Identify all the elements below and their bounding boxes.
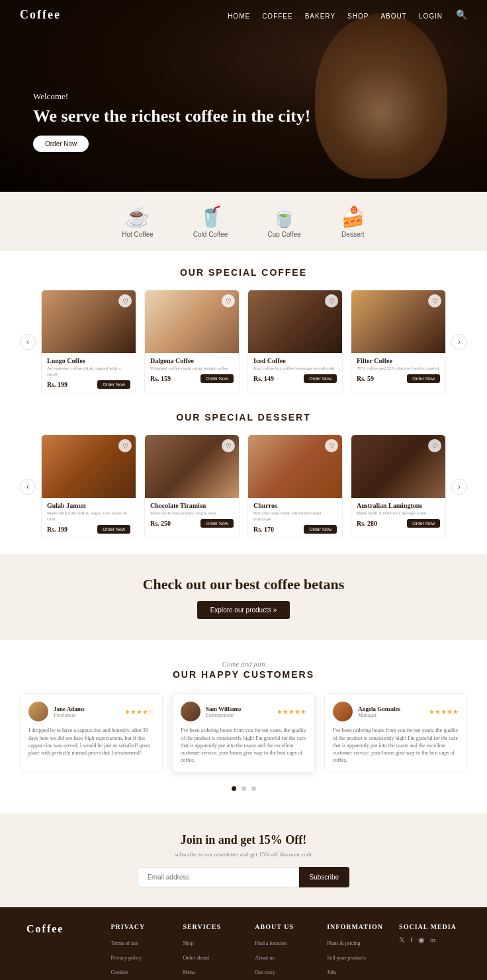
facebook-icon[interactable]: f	[410, 936, 413, 944]
jane-avatar	[28, 702, 48, 721]
footer-order-link[interactable]: Order ahead	[183, 955, 208, 961]
footer-menu-link[interactable]: Menu	[183, 969, 195, 975]
gulab-order-button[interactable]: Order Now	[97, 525, 130, 534]
nav-coffee[interactable]: COFFEE	[262, 13, 293, 20]
footer-location-link[interactable]: Find a location	[255, 940, 287, 946]
nav-links: HOME COFFEE BAKERY SHOP ABOUT LOGIN	[228, 9, 443, 21]
footer-sell-link[interactable]: Sell your products	[327, 955, 366, 961]
promo-title: Check out our best coffee betans	[143, 576, 345, 593]
footer-grid: Coffee PRIVACY Terms of use Privacy poli…	[26, 923, 461, 979]
iced-order-button[interactable]: Order Now	[304, 374, 337, 383]
footer-story-link[interactable]: Our story	[255, 969, 275, 975]
dot-3[interactable]	[251, 786, 256, 791]
testi-jane-header: Jane Adams Freelancer ★★★★☆	[28, 702, 154, 721]
dalgona-desc: Whipped coffee made using instant coffee	[150, 366, 234, 372]
dot-1[interactable]	[232, 786, 236, 791]
nav-bakery[interactable]: BAKERY	[305, 13, 335, 20]
churros-name: Churros	[253, 502, 337, 509]
footer-about-title: ABOUT US	[255, 923, 316, 930]
lungo-footer: Rs. 199 Order Now	[47, 380, 130, 389]
dot-2[interactable]	[242, 786, 246, 791]
newsletter-sub: subscribe to our newsletter and get 15% …	[20, 851, 467, 858]
nav-login[interactable]: LOGIN	[419, 13, 443, 20]
lamington-name: Australian Lamingtons	[357, 502, 440, 509]
lamington-price: Rs. 280	[357, 520, 377, 527]
hero-coffee-visual	[315, 13, 447, 179]
tiramisu-name: Chocolate Tiramisu	[150, 502, 234, 509]
lungo-price: Rs. 199	[47, 381, 67, 388]
nav-home[interactable]: HOME	[228, 13, 250, 20]
filter-wishlist-button[interactable]: ♡	[428, 294, 441, 307]
dalgona-order-button[interactable]: Order Now	[200, 374, 234, 383]
angela-stars: ★★★★★	[429, 708, 459, 715]
footer-privacy-links: Terms of use Privacy policy Cookies	[111, 936, 172, 977]
dessert-prev-arrow[interactable]: ‹	[20, 479, 36, 495]
jane-stars: ★★★★☆	[124, 708, 154, 715]
tiramisu-order-button[interactable]: Order Now	[200, 519, 234, 528]
linkedin-icon[interactable]: in	[430, 936, 436, 944]
filter-desc: 70% coffee and 25% chicory freshly roast…	[357, 366, 440, 372]
footer-services-title: SERVICES	[183, 923, 244, 930]
lungo-wishlist-button[interactable]: ♡	[118, 294, 132, 307]
dalgona-name: Dalgona Coffee	[150, 357, 234, 364]
footer-social-col: SOCIAL MEDIA 𝕏 f ◉ in	[399, 923, 461, 979]
footer: Coffee PRIVACY Terms of use Privacy poli…	[0, 907, 487, 980]
product-dalgona: ♡ Dalgona Coffee Whipped coffee made usi…	[144, 290, 240, 393]
dalgona-wishlist-button[interactable]: ♡	[222, 294, 235, 307]
navbar: Coffee HOME COFFEE BAKERY SHOP ABOUT LOG…	[0, 0, 487, 30]
sam-meta: Sam Williams Entrepreneur	[206, 706, 241, 718]
iced-wishlist-button[interactable]: ♡	[325, 294, 338, 307]
footer-social-title: SOCIAL MEDIA	[399, 923, 461, 930]
instagram-icon[interactable]: ◉	[418, 936, 425, 944]
gulab-name: Gulab Jamun	[47, 502, 130, 509]
product-tiramisu: ♡ Chocolate Tiramisu Made with mascarpon…	[144, 434, 240, 538]
jane-name: Jane Adams	[54, 706, 85, 712]
footer-jobs-link[interactable]: Jobs	[327, 969, 336, 975]
iced-footer: Rs. 149 Order Now	[253, 374, 337, 383]
product-churros: ♡ Churros Hot chocolate made with bitter…	[247, 434, 343, 538]
categories-row: ☕ Hot Coffee 🥤 Cold Coffee 🍵 Cup Coffee …	[0, 192, 487, 251]
coffee-next-arrow[interactable]: ›	[451, 334, 467, 350]
testimonial-angela: Angela Gonzales Manager ★★★★★ I've been …	[324, 693, 467, 772]
promo-cta-button[interactable]: Explore our products »	[197, 601, 290, 619]
search-icon[interactable]: 🔍	[456, 9, 467, 20]
category-cup-coffee[interactable]: 🍵 Cup Coffee	[267, 205, 300, 238]
testimonials-section: Come and join OUR HAPPY CUSTOMERS Jane A…	[0, 640, 487, 813]
category-dessert[interactable]: 🍰 Dessert	[341, 205, 365, 238]
footer-info-col: INFORMATION Plans & pricing Sell your pr…	[327, 923, 388, 979]
churros-order-button[interactable]: Order Now	[304, 525, 337, 534]
dessert-section-title: OUR SPECIAL DESSERT	[20, 412, 467, 423]
dessert-product-grid: ♡ Gulab Jamun Made with milk solids, sug…	[41, 434, 446, 538]
footer-terms-link[interactable]: Terms of use	[111, 940, 138, 946]
newsletter-subscribe-button[interactable]: Subscribe	[299, 867, 349, 887]
dessert-icon: 🍰	[341, 205, 365, 228]
hero-title: We serve the richest coffee in the city!	[33, 106, 310, 126]
sam-role: Entrepreneur	[206, 712, 241, 718]
newsletter-email-input[interactable]	[138, 867, 299, 887]
hot-coffee-icon: ☕	[122, 205, 154, 228]
filter-order-button[interactable]: Order Now	[407, 374, 440, 383]
hero-cta-button[interactable]: Order Now	[33, 136, 89, 152]
category-cold-coffee[interactable]: 🥤 Cold Coffee	[193, 205, 228, 238]
footer-pricing-link[interactable]: Plans & pricing	[327, 940, 360, 946]
twitter-icon[interactable]: 𝕏	[399, 936, 405, 944]
footer-shop-link[interactable]: Shop	[183, 940, 193, 946]
churros-price: Rs. 170	[253, 526, 274, 533]
gulab-info: Gulab Jamun Made with milk solids, sugar…	[42, 498, 136, 538]
lungo-order-button[interactable]: Order Now	[97, 380, 130, 389]
footer-privacy-link[interactable]: Privacy policy	[111, 955, 141, 961]
lamington-order-button[interactable]: Order Now	[407, 519, 440, 528]
nav-about[interactable]: ABOUT	[380, 13, 406, 20]
dessert-next-arrow[interactable]: ›	[451, 479, 467, 495]
footer-logo-col: Coffee	[26, 923, 100, 979]
footer-privacy-col: PRIVACY Terms of use Privacy policy Cook…	[111, 923, 172, 979]
footer-cookies-link[interactable]: Cookies	[111, 969, 128, 975]
nav-shop[interactable]: SHOP	[347, 13, 369, 20]
category-hot-coffee[interactable]: ☕ Hot Coffee	[122, 205, 154, 238]
footer-aboutus-link[interactable]: About us	[255, 955, 274, 961]
sam-text: I've been ordering beans from you for te…	[181, 727, 306, 764]
newsletter-section: Join in and get 15% Off! subscribe to ou…	[0, 813, 487, 907]
hero-section: Coffee HOME COFFEE BAKERY SHOP ABOUT LOG…	[0, 0, 487, 192]
tiramisu-footer: Rs. 250 Order Now	[150, 519, 234, 528]
coffee-prev-arrow[interactable]: ‹	[20, 334, 36, 350]
